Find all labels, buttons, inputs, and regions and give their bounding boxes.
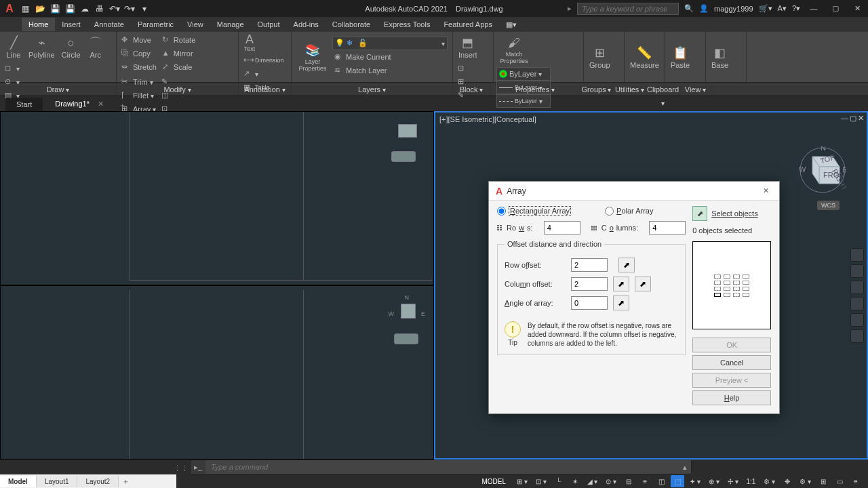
panel-label-view[interactable]: View ▾ [679, 83, 712, 96]
offset-both-pick-button[interactable]: ⬈ [613, 277, 629, 291]
make-current-button[interactable]: ◉Make Current [332, 50, 450, 64]
viewcube-mini-2[interactable] [401, 304, 416, 319]
nav-btn-5[interactable] [850, 313, 864, 327]
column-offset-input[interactable] [571, 277, 608, 291]
column-offset-pick-button[interactable]: ⬈ [635, 277, 651, 291]
base-button[interactable]: ◧Base [709, 43, 731, 70]
panel-label-clipboard[interactable]: Clipboard ▾ [647, 83, 679, 96]
drawing-tab[interactable]: Drawing1*✕ [44, 97, 115, 111]
rows-input[interactable] [544, 221, 580, 235]
dialog-close-button[interactable]: ✕ [759, 184, 772, 198]
wcs-label[interactable]: WCS [817, 201, 840, 210]
tab-view[interactable]: View [180, 18, 210, 31]
linetype-dropdown[interactable]: ByLayer▾ [496, 94, 551, 108]
tab-collaborate[interactable]: Collaborate [326, 18, 377, 31]
tab-home[interactable]: Home [22, 18, 55, 31]
save-icon[interactable]: 💾 [49, 3, 61, 15]
command-input[interactable] [205, 463, 679, 471]
panel-label-draw[interactable]: Draw ▾ [0, 83, 117, 96]
tab-insert[interactable]: Insert [55, 18, 87, 31]
app-icon[interactable]: A▾ [778, 4, 787, 13]
ok-button[interactable]: OK [692, 338, 771, 352]
tab-featured[interactable]: Featured Apps [437, 18, 499, 31]
match-properties-button[interactable]: 🖌Match Properties [496, 33, 532, 66]
group-button[interactable]: ⊞Group [587, 43, 613, 70]
saveas-icon[interactable]: 💾 [64, 3, 76, 15]
move-button[interactable]: ✥Move [119, 33, 159, 47]
open-icon[interactable]: 📂 [34, 3, 46, 15]
status-grid-icon[interactable]: ⊞ ▾ [514, 475, 530, 487]
panel-label-modify[interactable]: Modify ▾ [117, 83, 239, 96]
nav-widget-2[interactable] [394, 333, 418, 344]
new-icon[interactable]: ▦ [19, 3, 31, 15]
dialog-titlebar[interactable]: A Array ✕ [489, 182, 779, 201]
panel-label-annotation[interactable]: Annotation ▾ [239, 83, 292, 96]
viewport-close-icon[interactable]: ✕ [858, 114, 864, 123]
paste-button[interactable]: 📋Paste [668, 43, 692, 70]
viewport-max-icon[interactable]: ▢ [850, 114, 856, 123]
share-icon[interactable]: ▸ [568, 4, 572, 13]
qat-dropdown-icon[interactable]: ▾ [138, 3, 151, 15]
tab-annotate[interactable]: Annotate [87, 18, 131, 31]
status-mon-icon[interactable]: ⊞ [816, 475, 830, 487]
layout-model[interactable]: Model [0, 476, 37, 487]
status-trans-icon[interactable]: ◫ [654, 475, 668, 487]
cart-icon[interactable]: 🛒▾ [759, 4, 772, 13]
cmd-prompt-icon[interactable]: ▸_ [191, 460, 205, 474]
help-icon[interactable]: ?▾ [792, 4, 800, 13]
status-clean-icon[interactable]: ▭ [833, 475, 846, 487]
polyline-button[interactable]: ⌁Polyline [26, 33, 58, 60]
status-lwt-icon[interactable]: ⊟ [622, 475, 635, 487]
scale-button[interactable]: ⤢Scale [160, 60, 197, 74]
status-osnap-icon[interactable]: ⊙ ▾ [603, 475, 619, 487]
status-3d-icon[interactable]: ⬚ [671, 475, 684, 487]
tab-extra-icon[interactable]: ▦▾ [499, 18, 524, 32]
viewport-top-left[interactable] [0, 111, 434, 285]
help-button[interactable]: Help [692, 390, 771, 405]
row-offset-pick-button[interactable]: ⬈ [618, 258, 635, 272]
insert-button[interactable]: ⬒Insert [456, 33, 480, 60]
nav-btn-4[interactable] [850, 297, 864, 310]
angle-pick-button[interactable]: ⬈ [613, 296, 629, 310]
rotate-button[interactable]: ↻Rotate [160, 33, 197, 47]
status-snap-icon[interactable]: ⊡ ▾ [533, 475, 549, 487]
tab-output[interactable]: Output [251, 18, 287, 31]
status-3dosnap-icon[interactable]: ✦ ▾ [687, 475, 703, 487]
nav-btn-2[interactable] [850, 264, 864, 278]
layout-2[interactable]: Layout2 [77, 476, 119, 487]
arc-button[interactable]: ⌒Arc [85, 33, 106, 60]
color-dropdown[interactable]: ByLayer▾ [496, 67, 551, 81]
select-objects-button[interactable]: ⬈ Select objects [692, 206, 771, 221]
layer-properties-button[interactable]: 📚Layer Properties [294, 41, 331, 73]
status-ann-icon[interactable]: ✥ [781, 475, 794, 487]
app-logo-icon[interactable]: A [3, 2, 16, 16]
stretch-button[interactable]: ⇔Stretch [119, 60, 159, 74]
status-custom-icon[interactable]: ≡ [849, 475, 863, 487]
tab-parametric[interactable]: Parametric [131, 18, 180, 31]
row-offset-input[interactable] [571, 258, 608, 272]
draw-misc1[interactable]: ◻▾ [3, 62, 22, 75]
panel-label-block[interactable]: Block ▾ [453, 83, 490, 96]
search-input[interactable] [577, 3, 679, 15]
status-gizmo-icon[interactable]: ✢ ▾ [725, 475, 741, 487]
maximize-button[interactable]: ▢ [827, 3, 844, 15]
layout-1[interactable]: Layout1 [37, 476, 78, 487]
dimension-button[interactable]: ⟷Dimension [241, 54, 286, 67]
nav-btn-3[interactable] [850, 281, 864, 294]
viewport-label[interactable]: [+][SE Isometric][Conceptual] [439, 115, 536, 123]
minimize-button[interactable]: — [806, 3, 822, 15]
viewport-min-icon[interactable]: — [841, 114, 848, 123]
block-misc1[interactable]: ⊡ [456, 62, 469, 75]
close-tab-icon[interactable]: ✕ [98, 100, 104, 108]
panel-label-utilities[interactable]: Utilities ▾ [613, 83, 647, 96]
columns-input[interactable] [649, 221, 686, 235]
add-tab-button[interactable]: ＋ [116, 99, 130, 111]
layer-dropdown[interactable]: 💡❄🔓▾ [332, 37, 448, 50]
status-scale[interactable]: 1:1 [744, 475, 759, 487]
cancel-button[interactable]: Cancel [692, 355, 771, 370]
status-iso-icon[interactable]: ◢ ▾ [585, 475, 601, 487]
measure-button[interactable]: 📏Measure [627, 43, 662, 70]
status-gear-icon[interactable]: ⚙ ▾ [761, 475, 778, 487]
cloud-icon[interactable]: ☁ [79, 3, 91, 15]
status-ortho-icon[interactable]: └ [552, 475, 566, 487]
